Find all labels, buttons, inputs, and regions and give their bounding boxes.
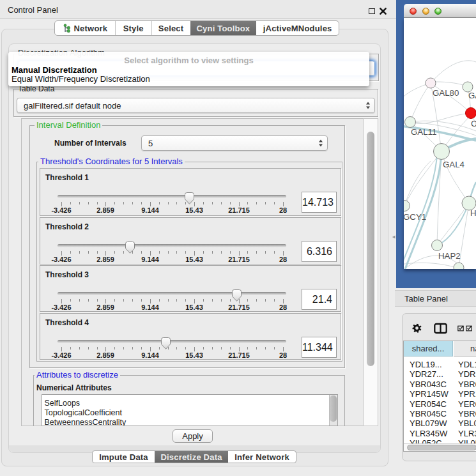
- svg-text:GAL4: GAL4: [443, 160, 464, 169]
- svg-text:GAL80: GAL80: [433, 88, 459, 98]
- svg-text:H: H: [470, 208, 476, 218]
- svg-text:GAL11: GAL11: [411, 127, 436, 137]
- svg-text:GA: GA: [468, 91, 476, 100]
- svg-text:C: C: [471, 119, 476, 128]
- svg-text:HAP2: HAP2: [438, 251, 461, 261]
- svg-text:GCY1: GCY1: [404, 212, 426, 222]
